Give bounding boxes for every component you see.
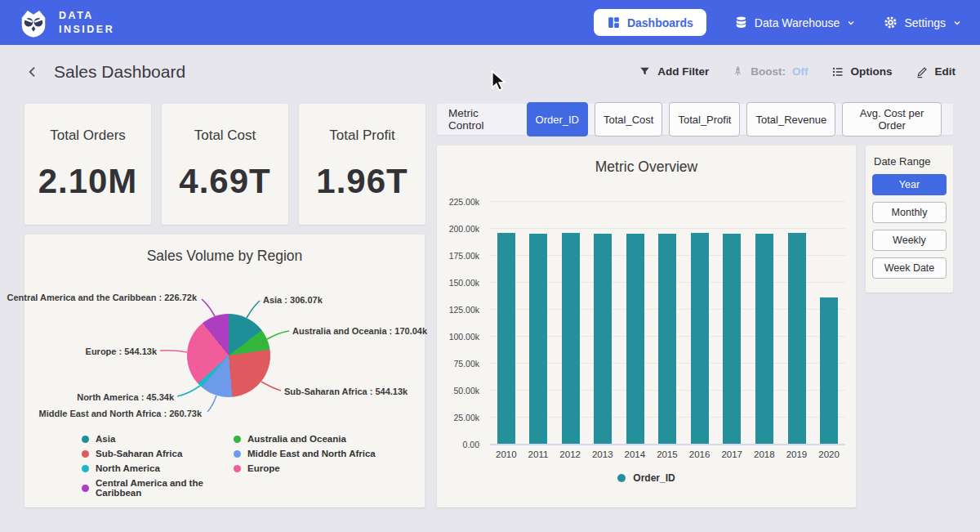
y-tick-label: 25.00k (453, 413, 479, 422)
bar-2012[interactable] (562, 233, 580, 445)
pie-chart-title: Sales Volume by Region (24, 248, 425, 265)
y-tick-label: 125.00k (449, 305, 479, 315)
bar-legend-label: Order_ID (633, 472, 675, 484)
date-range-week-date-button[interactable]: Week Date (872, 257, 947, 279)
kpi-value: 2.10M (38, 162, 138, 201)
date-range-panel: Date Range Year Monthly Weekly Week Date (866, 145, 953, 293)
legend-item-australia-oceania[interactable]: Australia and Oceania (234, 434, 376, 444)
x-axis-line (490, 444, 845, 445)
legend-item-central-america[interactable]: Central America and the Caribbean (82, 478, 234, 498)
x-tick-label: 2012 (559, 449, 581, 459)
page-header: Sales Dashboard Add Filter Boost: Off (0, 45, 980, 98)
pie-label-middle-east-north-africa: Middle East and North Africa : 260.73k (39, 409, 202, 418)
settings-menu[interactable]: Settings (884, 16, 962, 29)
y-tick-label: 200.00k (449, 224, 479, 234)
y-axis-labels: 0.0025.00k50.00k75.00k100.00k125.00k150.… (437, 202, 484, 445)
add-filter-button[interactable]: Add Filter (639, 65, 709, 78)
x-tick-label: 2011 (528, 449, 549, 459)
database-icon (734, 16, 748, 29)
metric-control-label: Metric Control (448, 107, 515, 132)
legend-item-sub-saharan-africa[interactable]: Sub-Saharan Africa (82, 449, 234, 458)
date-range-year-button[interactable]: Year (872, 174, 947, 195)
metric-control-bar: Metric Control Order_ID Total_Cost Total… (437, 104, 953, 135)
brand-name: DATA INSIDER (59, 9, 114, 37)
dashboards-nav-button[interactable]: Dashboards (594, 9, 706, 36)
bar-2020[interactable] (820, 297, 838, 445)
x-tick-label: 2016 (689, 449, 710, 459)
x-tick-label: 2010 (496, 449, 517, 459)
sales-dashboard-screen: DATA INSIDER Dashboards (0, 0, 980, 532)
pie-label-europe: Europe : 544.13k (86, 346, 157, 356)
y-tick-label: 50.00k (453, 386, 479, 396)
y-tick-label: 0.00 (463, 440, 479, 449)
legend-dot (82, 450, 89, 458)
metric-option-total-revenue[interactable]: Total_Revenue (746, 102, 835, 136)
bar-2010[interactable] (497, 233, 515, 445)
bar-2011[interactable] (529, 234, 547, 445)
pie-chart-card: Sales Volume by Region Central America a… (24, 235, 425, 507)
dashboards-grid-icon (607, 16, 621, 29)
bar-2013[interactable] (594, 234, 612, 445)
x-tick-label: 2015 (657, 449, 678, 459)
bar-2017[interactable] (723, 234, 741, 445)
pie-label-north-america: North America : 45.34k (77, 392, 174, 402)
pie-chart[interactable] (187, 314, 270, 397)
bar-chart-title: Metric Overview (437, 159, 856, 176)
legend-dot (82, 465, 89, 472)
x-tick-label: 2013 (592, 449, 613, 459)
gear-icon (884, 16, 898, 29)
data-warehouse-menu[interactable]: Data Warehouse (734, 16, 857, 29)
brand-logo[interactable]: DATA INSIDER (18, 7, 114, 38)
date-range-monthly-button[interactable]: Monthly (872, 202, 947, 223)
kpi-card-total-orders: Total Orders 2.10M (24, 104, 151, 225)
metric-option-total-profit[interactable]: Total_Profit (669, 102, 740, 136)
x-axis-labels: 2010201120122013201420152016201720182019… (490, 449, 845, 459)
bar-2016[interactable] (691, 233, 709, 445)
legend-item-asia[interactable]: Asia (82, 434, 234, 444)
bar-legend-dot (617, 474, 626, 482)
bar-2015[interactable] (658, 234, 676, 445)
legend-dot (234, 465, 241, 472)
bar-plot (490, 202, 845, 445)
bar-chart-card: Metric Overview 0.0025.00k50.00k75.00k10… (437, 145, 856, 507)
chevron-down-icon (846, 18, 856, 28)
kpi-card-total-cost: Total Cost 4.69T (162, 104, 288, 225)
metric-option-order-id[interactable]: Order_ID (527, 102, 588, 136)
x-tick-label: 2014 (625, 449, 646, 459)
legend-dot (82, 485, 89, 492)
date-range-weekly-button[interactable]: Weekly (872, 230, 947, 251)
options-button[interactable]: Options (831, 65, 893, 78)
chevron-down-icon (952, 18, 962, 28)
rocket-icon (732, 65, 744, 78)
kpi-value: 4.69T (179, 162, 270, 201)
pencil-icon (915, 65, 929, 78)
navbar-menu: Dashboards Data Warehouse (594, 9, 962, 36)
kpi-label: Total Cost (194, 127, 256, 144)
y-tick-label: 225.00k (449, 197, 479, 207)
pie-label-australia-oceania: Australia and Oceania : 170.04k (292, 326, 427, 336)
legend-item-north-america[interactable]: North America (82, 463, 234, 473)
edit-button[interactable]: Edit (915, 65, 956, 78)
bar-2019[interactable] (788, 233, 806, 445)
metric-control-options: Order_ID Total_Cost Total_Profit Total_R… (527, 102, 942, 136)
y-tick-label: 75.00k (453, 359, 479, 369)
top-navbar: DATA INSIDER Dashboards (0, 0, 980, 45)
bar-2014[interactable] (626, 234, 644, 445)
pie-label-central-america: Central America and the Caribbean : 226.… (7, 293, 197, 302)
metric-option-total-cost[interactable]: Total_Cost (595, 102, 662, 136)
kpi-label: Total Profit (329, 127, 394, 144)
x-tick-label: 2020 (818, 449, 840, 459)
bar-chart-legend[interactable]: Order_ID (437, 472, 856, 484)
legend-item-middle-east-north-africa[interactable]: Middle East and North Africa (234, 449, 376, 458)
x-tick-label: 2018 (754, 449, 775, 459)
bar-2018[interactable] (755, 234, 773, 445)
legend-item-europe[interactable]: Europe (234, 463, 376, 473)
filter-funnel-icon (639, 65, 651, 78)
bars (490, 202, 845, 445)
boost-toggle[interactable]: Boost: Off (732, 65, 808, 78)
owl-logo-icon (18, 7, 49, 38)
page-title: Sales Dashboard (54, 62, 185, 82)
back-button[interactable] (24, 64, 41, 80)
legend-dot (234, 450, 241, 458)
metric-option-avg-cost-per-order[interactable]: Avg. Cost per Order (842, 102, 942, 136)
